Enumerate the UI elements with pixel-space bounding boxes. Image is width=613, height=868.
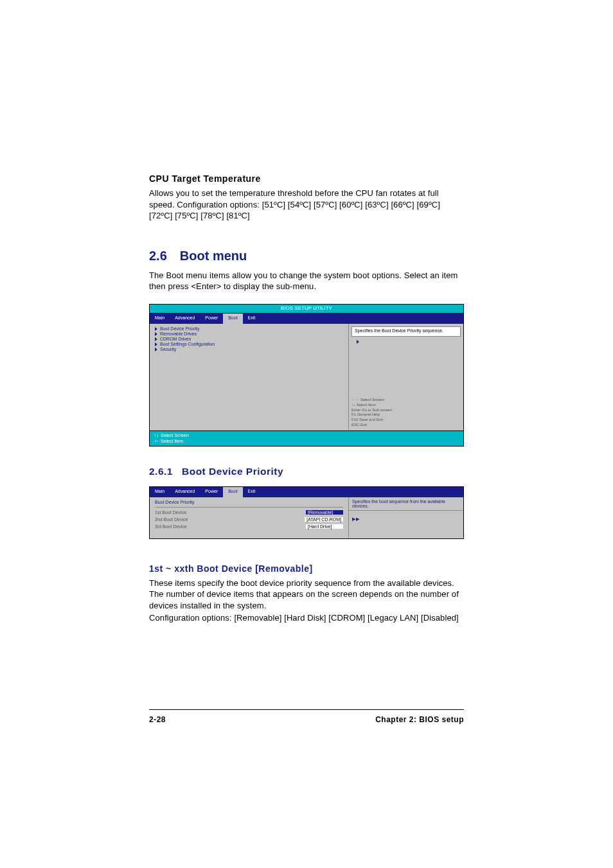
bios-tab-boot: Boot	[223, 487, 242, 497]
chapter-label: Chapter 2: BIOS setup	[375, 715, 464, 724]
fast-forward-icon: ▸▸	[352, 515, 360, 522]
bios-row-2nd-boot: 2nd Boot Device [ATAPI CD-ROM]	[155, 516, 343, 523]
page-footer: 2-28 Chapter 2: BIOS setup	[149, 709, 464, 724]
submenu-arrow-icon	[155, 348, 157, 351]
bios-tab-boot: Boot	[223, 314, 242, 324]
bios-row-1st-boot: 1st Boot Device [Removable]	[155, 509, 343, 516]
bios-tab-exit: Exit	[243, 314, 261, 324]
bios-title-bar: BIOS SETUP UTILITY	[150, 305, 463, 314]
bios-item-boot-settings-config: Boot Settings Configuration	[155, 342, 343, 347]
bios-help-mid	[351, 339, 461, 396]
bios-item-boot-device-priority: Boot Device Priority	[155, 326, 343, 332]
footer-text: Select Screen	[161, 433, 189, 438]
key-row: ↑↓ Select Item	[351, 403, 461, 408]
section-title: Boot menu	[180, 249, 247, 263]
bios-item-label: Security	[160, 347, 176, 351]
bios-item-label: Boot Device Priority	[160, 326, 199, 331]
footer-text: Select Item	[161, 439, 183, 443]
bios-item-label: CDROM Drives	[160, 337, 191, 341]
section-body-boot-device-1: These items specify the boot device prio…	[149, 578, 464, 612]
bios-row-3rd-boot: 3rd Boot Device [Hard Drive]	[155, 523, 343, 530]
bios-row-label: 2nd Boot Device	[155, 517, 188, 522]
bios-row-label: 1st Boot Device	[155, 510, 186, 515]
bios-tab-bar: Main Advanced Power Boot Exit	[150, 314, 463, 324]
bios-tab-bar: Main Advanced Power Boot Exit	[150, 487, 463, 497]
bios-left-panel: Boot Device Priority Removable Drives CD…	[150, 324, 349, 430]
bios-tab-advanced: Advanced	[170, 314, 200, 324]
key-row: ESC Exit	[351, 423, 461, 428]
section-num: 2.6	[149, 249, 167, 263]
bios-row-value-selected: [Removable]	[306, 510, 343, 515]
bios-help-box: Specifies the boot sequence from the ava…	[349, 497, 463, 511]
bios-tab-power: Power	[200, 487, 223, 497]
key-row: F10 Save and Exit	[351, 418, 461, 423]
bios-help-body: ▸▸	[349, 511, 463, 538]
bios-row-label: 3rd Boot Device	[155, 524, 187, 529]
bios-tab-power: Power	[200, 314, 223, 324]
bios-item-label: Boot Settings Configuration	[160, 342, 215, 346]
bios-tab-main: Main	[150, 487, 170, 497]
bios-tab-advanced: Advanced	[170, 487, 200, 497]
submenu-arrow-icon	[357, 340, 359, 344]
section-title: Boot Device Priority	[182, 466, 283, 477]
submenu-arrow-icon	[155, 332, 157, 336]
section-body-boot-menu: The Boot menu items allow you to change …	[149, 270, 464, 292]
bios-left-panel: Boot Device Priority 1st Boot Device [Re…	[150, 497, 349, 538]
section-body-boot-device-2: Configuration options: [Removable] [Hard…	[149, 612, 464, 624]
bios-screenshot-boot-menu: BIOS SETUP UTILITY Main Advanced Power B…	[149, 304, 464, 447]
section-heading-boot-menu: 2.6 Boot menu	[149, 249, 464, 263]
submenu-arrow-icon	[155, 327, 157, 331]
bios-row-value: [Hard Drive]	[306, 524, 343, 529]
submenu-arrow-icon	[155, 337, 157, 341]
key-row: F1 General Help	[351, 412, 461, 418]
bios-tab-exit: Exit	[243, 487, 261, 497]
section-heading-boot-device-priority: 2.6.1 Boot Device Priority	[149, 466, 464, 477]
bios-footer-bar: ↑↓ Select Screen ↔ Select Item	[150, 430, 463, 446]
page-number: 2-28	[149, 715, 166, 724]
section-heading-cpu-temp: CPU Target Temperature	[149, 173, 464, 184]
section-num: 2.6.1	[149, 466, 173, 477]
bios-item-security: Security	[155, 347, 343, 352]
section-body-cpu-temp: Allows you to set the temperature thresh…	[149, 188, 464, 222]
key-row: ←→ Select Screen	[351, 398, 461, 403]
bios-row-value: [ATAPI CD-ROM]	[305, 517, 343, 522]
bios-help-box: Specifies the Boot Device Priority seque…	[351, 326, 461, 337]
bios-right-panel: Specifies the boot sequence from the ava…	[349, 497, 463, 538]
bios-screenshot-boot-priority: Main Advanced Power Boot Exit Boot Devic…	[149, 486, 464, 539]
key-row: Enter Go to Sub-screen	[351, 408, 461, 413]
submenu-arrow-icon	[155, 342, 157, 346]
bios-item-label: Removable Drives	[160, 332, 197, 336]
leftright-arrow-icon: ↔	[154, 439, 159, 444]
section-heading-boot-device: 1st ~ xxth Boot Device [Removable]	[149, 563, 464, 574]
bios-right-panel: Specifies the Boot Device Priority seque…	[349, 324, 463, 430]
bios-item-cdrom-drives: CDROM Drives	[155, 337, 343, 342]
bios-key-legend: ←→ Select Screen ↑↓ Select Item Enter Go…	[351, 398, 461, 428]
bios-item-removable-drives: Removable Drives	[155, 332, 343, 337]
bios-left-header: Boot Device Priority	[155, 499, 343, 508]
bios-tab-main: Main	[150, 314, 170, 324]
updown-arrow-icon: ↑↓	[154, 433, 159, 438]
